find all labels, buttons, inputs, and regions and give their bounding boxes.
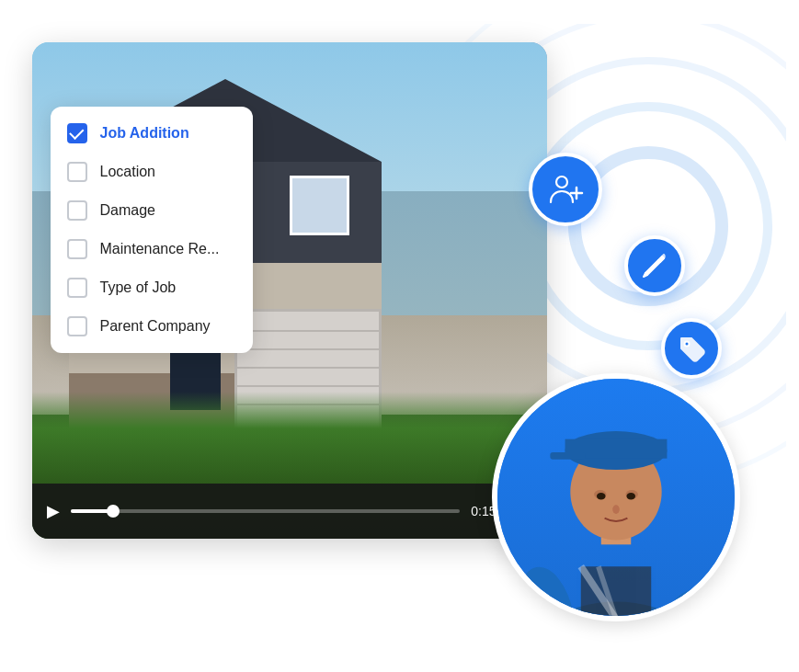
checklist-label-location: Location	[100, 164, 156, 180]
checklist-label-job-addition: Job Addition	[100, 125, 189, 142]
checklist-panel: Job Addition Location Damage Maintenance…	[51, 107, 253, 353]
person-svg	[497, 379, 735, 616]
add-user-icon	[545, 169, 586, 210]
greenery	[32, 392, 547, 484]
checklist-item-type-of-job[interactable]: Type of Job	[51, 268, 253, 307]
window-right	[290, 176, 349, 235]
edit-icon	[640, 251, 669, 280]
svg-point-10	[646, 582, 725, 615]
checklist-item-damage[interactable]: Damage	[51, 191, 253, 230]
progress-thumb	[107, 505, 120, 518]
tag-icon	[677, 334, 706, 363]
checkbox-type-of-job[interactable]	[67, 278, 87, 298]
scene: ▶ 0:15 / 2:19 Job Addition Location Dama…	[23, 24, 777, 649]
svg-point-18	[596, 492, 605, 499]
checklist-item-job-addition[interactable]: Job Addition	[51, 114, 253, 153]
svg-point-20	[612, 505, 620, 514]
play-button[interactable]: ▶	[47, 501, 60, 521]
edit-button[interactable]	[624, 235, 685, 296]
checkbox-parent-company[interactable]	[67, 316, 87, 336]
add-user-button[interactable]	[529, 153, 602, 226]
checkbox-location[interactable]	[67, 162, 87, 182]
svg-point-23	[556, 177, 567, 188]
svg-rect-6	[580, 566, 650, 616]
tag-button[interactable]	[661, 318, 722, 379]
svg-point-19	[626, 492, 635, 499]
checklist-item-parent-company[interactable]: Parent Company	[51, 307, 253, 346]
checkbox-maintenance[interactable]	[67, 239, 87, 259]
checklist-label-parent-company: Parent Company	[100, 318, 211, 335]
checklist-label-type-of-job: Type of Job	[100, 279, 177, 296]
svg-rect-15	[550, 452, 585, 460]
person-circle	[492, 373, 740, 621]
checklist-item-maintenance[interactable]: Maintenance Re...	[51, 230, 253, 268]
svg-point-9	[508, 562, 582, 615]
checkbox-damage[interactable]	[67, 200, 87, 221]
checkbox-job-addition[interactable]	[67, 123, 87, 143]
person-figure	[497, 379, 735, 616]
checklist-item-location[interactable]: Location	[51, 153, 253, 191]
checklist-label-maintenance: Maintenance Re...	[100, 241, 220, 257]
svg-point-26	[684, 341, 689, 346]
checklist-label-damage: Damage	[100, 202, 155, 219]
progress-bar[interactable]	[71, 509, 461, 513]
svg-point-1	[529, 107, 768, 346]
video-controls: ▶ 0:15 / 2:19	[32, 484, 547, 539]
